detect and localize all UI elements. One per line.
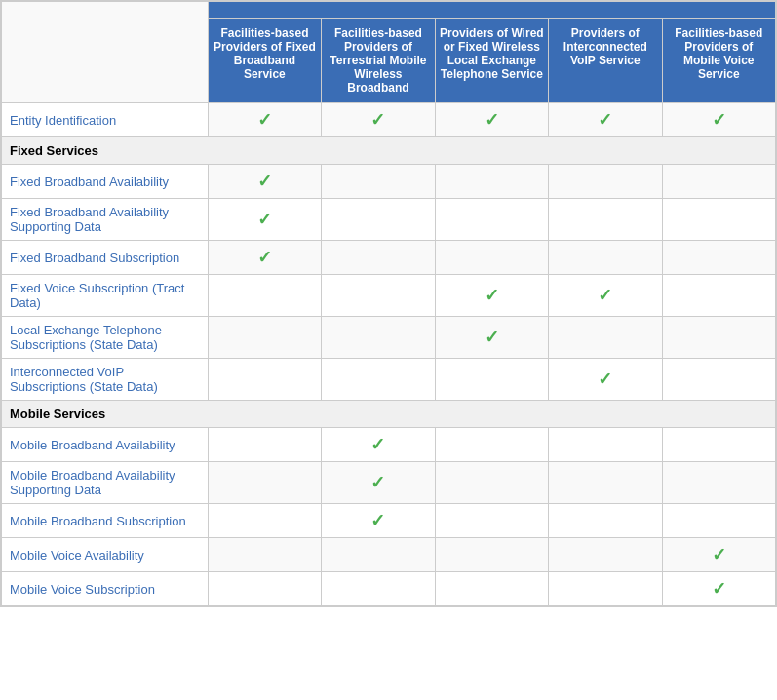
row-label-fixed-services-header: Fixed Services [2,137,776,165]
row-fixed-broadband-availability-supporting: Fixed Broadband Availability Supporting … [2,199,776,241]
row-mobile-voice-subscription: Mobile Voice Subscription✓ [2,572,776,606]
cell-fixed-broadband-availability-col2 [435,165,548,199]
cell-mobile-voice-subscription-col4: ✓ [662,572,775,606]
cell-mobile-broadband-subscription-col0 [208,504,321,538]
cell-fixed-broadband-subscription-col3 [549,241,662,275]
row-fixed-services-header: Fixed Services [2,137,776,165]
cell-mobile-broadband-availability-supporting-col2 [435,462,548,504]
cell-fixed-broadband-availability-supporting-col3 [549,199,662,241]
row-label-fixed-broadband-availability: Fixed Broadband Availability [2,165,209,199]
row-label-mobile-broadband-availability-supporting: Mobile Broadband Availability Supporting… [2,462,209,504]
row-local-exchange-telephone: Local Exchange Telephone Subscriptions (… [2,317,776,359]
cell-entity-identification-col0: ✓ [208,103,321,137]
cell-mobile-broadband-availability-supporting-col1: ✓ [322,462,435,504]
row-mobile-voice-availability: Mobile Voice Availability✓ [2,538,776,572]
cell-fixed-broadband-availability-col3 [549,165,662,199]
cell-entity-identification-col2: ✓ [435,103,548,137]
row-label-entity-identification: Entity Identification [2,103,209,137]
cell-mobile-broadband-availability-supporting-col0 [208,462,321,504]
main-table-container: Facilities-based Providers of Fixed Broa… [0,0,777,607]
cell-mobile-voice-subscription-col1 [322,572,435,606]
cell-interconnected-voip-col4 [662,359,775,401]
cell-fixed-broadband-availability-col0: ✓ [208,165,321,199]
cell-mobile-broadband-availability-col1: ✓ [322,428,435,462]
checkmark-icon: ✓ [257,248,272,267]
cell-interconnected-voip-col1 [322,359,435,401]
row-fixed-broadband-subscription: Fixed Broadband Subscription✓ [2,241,776,275]
cell-fixed-broadband-availability-supporting-col0: ✓ [208,199,321,241]
checkmark-icon: ✓ [598,369,612,389]
cell-fixed-broadband-availability-supporting-col4 [662,199,775,241]
cell-mobile-voice-availability-col3 [549,538,662,572]
cell-fixed-voice-subscription-col1 [322,275,435,317]
cell-mobile-voice-availability-col1 [322,538,435,572]
row-entity-identification: Entity Identification✓✓✓✓✓ [2,103,776,137]
table-title [208,2,775,19]
cell-fixed-broadband-subscription-col4 [662,241,775,275]
cell-fixed-broadband-subscription-col0: ✓ [208,241,321,275]
checkmark-icon: ✓ [370,110,385,130]
cell-mobile-voice-subscription-col3 [549,572,662,606]
cell-mobile-voice-subscription-col2 [435,572,548,606]
checkmark-icon: ✓ [485,110,499,130]
cell-interconnected-voip-col2 [435,359,548,401]
row-label-fixed-broadband-subscription: Fixed Broadband Subscription [2,241,209,275]
col-header-col-wired-fixed: Providers of Wired or Fixed Wireless Loc… [435,19,548,103]
col-header-col-fixed-broadband: Facilities-based Providers of Fixed Broa… [208,19,321,103]
checkmark-icon: ✓ [598,286,612,305]
cell-local-exchange-telephone-col3 [549,317,662,359]
row-label-mobile-broadband-subscription: Mobile Broadband Subscription [2,504,209,538]
cell-mobile-broadband-subscription-col2 [435,504,548,538]
cell-mobile-broadband-subscription-col3 [549,504,662,538]
cell-mobile-voice-availability-col0 [208,538,321,572]
row-label-mobile-services-header: Mobile Services [2,401,776,428]
row-label-mobile-voice-subscription: Mobile Voice Subscription [2,572,209,606]
checkmark-icon: ✓ [257,210,272,229]
cell-mobile-broadband-availability-col0 [208,428,321,462]
checkmark-icon: ✓ [712,110,726,130]
cell-fixed-broadband-subscription-col1 [322,241,435,275]
col-header-col-mobile-voice: Facilities-based Providers of Mobile Voi… [662,19,775,103]
row-mobile-broadband-availability: Mobile Broadband Availability✓ [2,428,776,462]
cell-fixed-voice-subscription-col3: ✓ [549,275,662,317]
row-label-fixed-voice-subscription: Fixed Voice Subscription (Tract Data) [2,275,209,317]
row-interconnected-voip: Interconnected VoIP Subscriptions (State… [2,359,776,401]
cell-interconnected-voip-col0 [208,359,321,401]
cell-fixed-broadband-availability-col1 [322,165,435,199]
cell-local-exchange-telephone-col4 [662,317,775,359]
checkmark-icon: ✓ [257,110,272,130]
cell-interconnected-voip-col3: ✓ [549,359,662,401]
corner-cell [2,2,209,103]
cell-mobile-voice-availability-col4: ✓ [662,538,775,572]
row-label-interconnected-voip: Interconnected VoIP Subscriptions (State… [2,359,209,401]
col-header-col-terrestrial-mobile: Facilities-based Providers of Terrestria… [322,19,435,103]
col-header-col-voip: Providers of Interconnected VoIP Service [549,19,662,103]
row-mobile-broadband-subscription: Mobile Broadband Subscription✓ [2,504,776,538]
checkmark-icon: ✓ [485,286,499,305]
row-label-local-exchange-telephone: Local Exchange Telephone Subscriptions (… [2,317,209,359]
row-fixed-voice-subscription: Fixed Voice Subscription (Tract Data)✓✓ [2,275,776,317]
checkmark-icon: ✓ [370,511,385,530]
checkmark-icon: ✓ [712,545,726,564]
cell-fixed-broadband-availability-col4 [662,165,775,199]
cell-mobile-broadband-subscription-col1: ✓ [322,504,435,538]
row-mobile-broadband-availability-supporting: Mobile Broadband Availability Supporting… [2,462,776,504]
checkmark-icon: ✓ [370,435,385,454]
row-label-mobile-broadband-availability: Mobile Broadband Availability [2,428,209,462]
row-label-fixed-broadband-availability-supporting: Fixed Broadband Availability Supporting … [2,199,209,241]
row-label-mobile-voice-availability: Mobile Voice Availability [2,538,209,572]
cell-entity-identification-col4: ✓ [662,103,775,137]
cell-mobile-broadband-subscription-col4 [662,504,775,538]
checkmark-icon: ✓ [712,579,726,599]
cell-fixed-voice-subscription-col0 [208,275,321,317]
cell-mobile-voice-availability-col2 [435,538,548,572]
checkmark-icon: ✓ [598,110,612,130]
cell-mobile-broadband-availability-col2 [435,428,548,462]
checkmark-icon: ✓ [485,328,499,347]
cell-mobile-voice-subscription-col0 [208,572,321,606]
cell-entity-identification-col3: ✓ [549,103,662,137]
cell-mobile-broadband-availability-col4 [662,428,775,462]
bdc-filing-table: Facilities-based Providers of Fixed Broa… [1,1,776,606]
cell-mobile-broadband-availability-col3 [549,428,662,462]
cell-fixed-broadband-availability-supporting-col2 [435,199,548,241]
